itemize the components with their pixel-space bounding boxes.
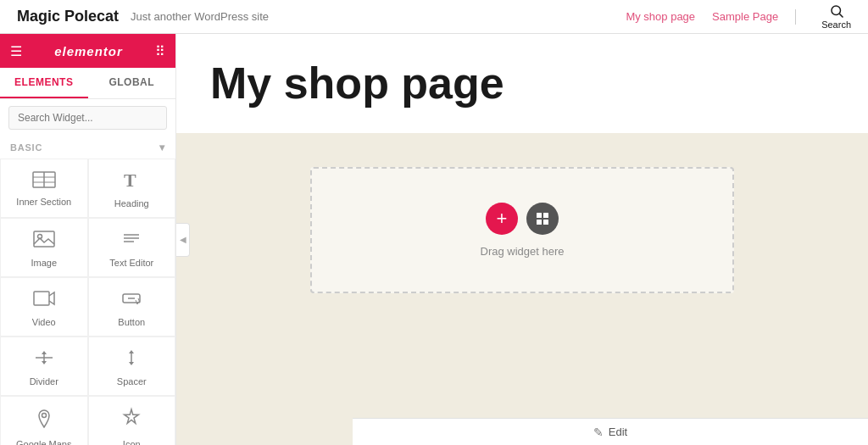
basic-chevron-icon: ▾ xyxy=(159,142,165,153)
site-name: Magic Polecat xyxy=(17,8,119,25)
heading-icon: T xyxy=(120,170,143,193)
widget-button[interactable]: Button xyxy=(88,277,176,337)
svg-rect-25 xyxy=(537,220,542,225)
elementor-panel: ☰ elementor ⠿ ELEMENTS GLOBAL BASIC ▾ xyxy=(0,34,176,445)
search-label: Search xyxy=(821,19,851,30)
widget-icon-label: Icon xyxy=(123,439,141,445)
widget-heading[interactable]: T Heading xyxy=(88,159,176,218)
widget-google-maps-label: Google Maps xyxy=(16,439,71,445)
widget-divider[interactable]: Divider xyxy=(0,337,88,396)
widget-google-maps[interactable]: Google Maps xyxy=(0,396,88,445)
apps-grid-icon[interactable]: ⠿ xyxy=(155,43,165,59)
svg-text:T: T xyxy=(124,170,136,190)
widget-image[interactable]: Image xyxy=(0,218,88,277)
widget-divider-label: Divider xyxy=(30,376,58,387)
basic-section-label: BASIC xyxy=(10,142,42,153)
widget-spacer[interactable]: Spacer xyxy=(88,337,176,396)
grid-layout-icon xyxy=(536,212,549,225)
search-icon xyxy=(829,3,844,19)
widget-grid: Inner Section T Heading xyxy=(0,159,175,445)
wp-nav-links: My shop page Sample Page Search xyxy=(626,3,851,30)
search-button[interactable]: Search xyxy=(821,3,851,30)
wp-nav-left: Magic Polecat Just another WordPress sit… xyxy=(17,8,626,25)
svg-rect-7 xyxy=(34,231,54,247)
edit-icon: ✎ xyxy=(593,426,604,439)
spacer-icon xyxy=(120,348,143,371)
svg-marker-18 xyxy=(42,361,47,364)
edit-bar: ✎ Edit xyxy=(353,418,868,445)
widget-button-label: Button xyxy=(118,317,145,327)
basic-section-header[interactable]: BASIC ▾ xyxy=(0,136,175,159)
page-header-area: My shop page xyxy=(176,34,868,133)
widget-search-container xyxy=(0,99,175,136)
svg-point-22 xyxy=(42,414,46,418)
nav-divider xyxy=(795,9,796,25)
collapse-chevron-icon: ◀ xyxy=(180,235,186,244)
svg-rect-12 xyxy=(34,292,49,305)
icon-widget-icon xyxy=(120,407,143,434)
drop-zone: + Drag widget here xyxy=(310,167,734,293)
widget-video-label: Video xyxy=(32,317,56,327)
widget-inner-section[interactable]: Inner Section xyxy=(0,159,88,218)
main-layout: ☰ elementor ⠿ ELEMENTS GLOBAL BASIC ▾ xyxy=(0,34,868,445)
button-icon xyxy=(120,288,143,312)
svg-rect-26 xyxy=(543,220,548,225)
divider-icon xyxy=(32,348,56,371)
widget-icon[interactable]: Icon xyxy=(88,396,176,445)
inner-section-icon xyxy=(32,171,56,192)
elementor-header: ☰ elementor ⠿ xyxy=(0,34,175,68)
svg-rect-23 xyxy=(537,213,542,218)
page-title: My shop page xyxy=(210,59,834,108)
widget-text-editor[interactable]: Text Editor xyxy=(88,218,176,277)
widget-heading-label: Heading xyxy=(114,198,149,209)
elementor-logo: elementor xyxy=(54,44,123,58)
drop-zone-buttons: + xyxy=(486,203,559,235)
image-icon xyxy=(32,229,56,253)
text-editor-icon xyxy=(120,229,143,253)
svg-marker-17 xyxy=(42,351,47,354)
svg-marker-21 xyxy=(129,362,134,365)
panel-tabs: ELEMENTS GLOBAL xyxy=(0,68,175,99)
add-grid-button[interactable] xyxy=(526,203,559,235)
widget-text-editor-label: Text Editor xyxy=(109,258,153,268)
site-tagline: Just another WordPress site xyxy=(131,10,269,23)
tab-global[interactable]: GLOBAL xyxy=(88,68,176,98)
video-icon xyxy=(32,288,56,312)
hamburger-icon[interactable]: ☰ xyxy=(10,43,22,59)
widget-inner-section-label: Inner Section xyxy=(16,197,71,207)
nav-link-shop[interactable]: My shop page xyxy=(626,10,695,23)
svg-marker-20 xyxy=(129,350,134,353)
search-widget-input[interactable] xyxy=(8,106,167,130)
page-content-area: + Drag widget here xyxy=(176,133,868,387)
svg-rect-24 xyxy=(543,213,548,218)
widget-video[interactable]: Video xyxy=(0,277,88,337)
edit-label: Edit xyxy=(609,426,627,438)
drop-zone-text: Drag widget here xyxy=(481,245,565,258)
wp-navbar: Magic Polecat Just another WordPress sit… xyxy=(0,0,868,34)
svg-line-1 xyxy=(839,14,843,17)
tab-elements[interactable]: ELEMENTS xyxy=(0,68,88,98)
nav-link-sample[interactable]: Sample Page xyxy=(712,10,778,23)
panel-collapse-handle[interactable]: ◀ xyxy=(176,223,190,257)
add-section-button[interactable]: + xyxy=(486,203,518,235)
widget-image-label: Image xyxy=(31,258,57,268)
canvas-area: My shop page ◀ + xyxy=(176,34,868,445)
google-maps-icon xyxy=(32,407,56,434)
widget-spacer-label: Spacer xyxy=(117,376,147,387)
svg-point-0 xyxy=(832,6,841,15)
